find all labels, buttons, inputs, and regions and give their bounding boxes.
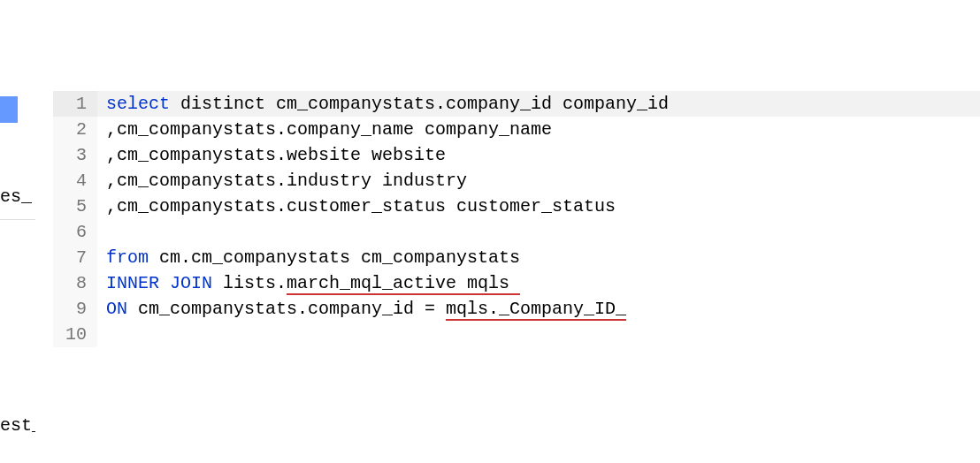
- keyword-token: INNER: [106, 273, 159, 293]
- code-content[interactable]: from cm.cm_companystats cm_companystats: [97, 245, 520, 270]
- code-line[interactable]: 10: [53, 322, 980, 347]
- code-line[interactable]: 6: [53, 219, 980, 245]
- code-line[interactable]: 1select distinct cm_companystats.company…: [53, 91, 980, 117]
- text-token: cm.cm_companystats cm_companystats: [149, 247, 520, 268]
- code-line[interactable]: 2,cm_companystats.company_name company_n…: [53, 117, 980, 142]
- text-token: ,cm_companystats.website website: [106, 145, 446, 165]
- code-line[interactable]: 7from cm.cm_companystats cm_companystats: [53, 245, 980, 270]
- keyword-token: from: [106, 247, 149, 268]
- text-token: ,cm_companystats.industry industry: [106, 171, 467, 191]
- keyword-token: JOIN: [170, 273, 212, 293]
- line-number: 6: [53, 219, 97, 245]
- text-token: cm_companystats.company_id =: [127, 299, 446, 319]
- code-line[interactable]: 9ON cm_companystats.company_id = mqls._C…: [53, 296, 980, 322]
- code-line[interactable]: 8INNER JOIN lists.march_mql_active mqls: [53, 270, 980, 296]
- line-number: 5: [53, 194, 97, 219]
- text-token: ,cm_companystats.customer_status custome…: [106, 196, 616, 216]
- code-line[interactable]: 4,cm_companystats.industry industry: [53, 168, 980, 194]
- code-content[interactable]: INNER JOIN lists.march_mql_active mqls: [97, 270, 520, 296]
- line-number: 9: [53, 296, 97, 322]
- left-panel: es_ est_: [0, 0, 49, 463]
- keyword-token: ON: [106, 299, 127, 319]
- code-content[interactable]: ,cm_companystats.website website: [97, 142, 446, 168]
- code-content[interactable]: ,cm_companystats.company_name company_na…: [97, 117, 552, 142]
- sidebar-item-truncated-2[interactable]: est_: [0, 415, 35, 436]
- code-line[interactable]: 3,cm_companystats.website website: [53, 142, 980, 168]
- keyword-token: select: [106, 94, 170, 114]
- line-number: 7: [53, 245, 97, 270]
- text-token: distinct cm_companystats.company_id comp…: [170, 94, 669, 114]
- code-content[interactable]: ON cm_companystats.company_id = mqls._Co…: [97, 296, 626, 322]
- error-token: march_mql_active mqls: [287, 273, 520, 295]
- text-token: ,cm_companystats.company_name company_na…: [106, 119, 552, 140]
- code-line[interactable]: 5,cm_companystats.customer_status custom…: [53, 194, 980, 219]
- sidebar-item-truncated-1[interactable]: es_: [0, 176, 35, 220]
- text-token: [159, 273, 170, 293]
- error-token: mqls._Company_ID_: [446, 299, 626, 321]
- code-content[interactable]: select distinct cm_companystats.company_…: [97, 91, 669, 117]
- code-editor[interactable]: 1select distinct cm_companystats.company…: [53, 91, 980, 347]
- line-number: 2: [53, 117, 97, 142]
- line-number: 8: [53, 270, 97, 296]
- text-token: lists.: [212, 273, 287, 293]
- line-number: 10: [53, 322, 97, 347]
- line-number: 4: [53, 168, 97, 194]
- active-tab-indicator[interactable]: [0, 96, 18, 123]
- code-content[interactable]: ,cm_companystats.industry industry: [97, 168, 467, 194]
- line-number: 1: [53, 91, 97, 117]
- code-content[interactable]: ,cm_companystats.customer_status custome…: [97, 194, 616, 219]
- line-number: 3: [53, 142, 97, 168]
